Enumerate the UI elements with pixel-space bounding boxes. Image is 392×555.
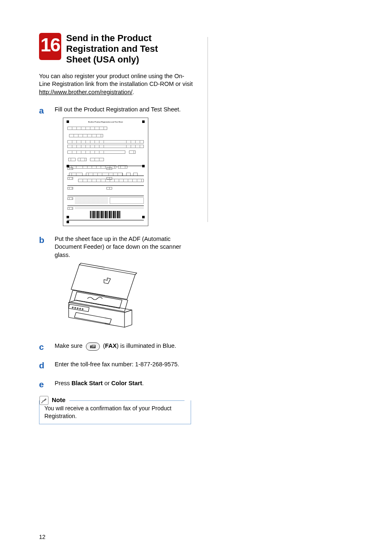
- substep-b: b Put the sheet face up in the ADF (Auto…: [39, 235, 195, 259]
- substep-letter: c: [39, 342, 46, 352]
- text: Press: [55, 380, 71, 386]
- svg-rect-10: [94, 347, 94, 347]
- svg-rect-9: [93, 347, 93, 347]
- fax-mode-button-icon: [86, 342, 100, 351]
- color-start-label: Color Start: [111, 380, 142, 386]
- note-icon: [39, 396, 48, 405]
- note-label: Note: [52, 396, 65, 404]
- registration-url[interactable]: http://www.brother.com/registration/: [39, 89, 132, 95]
- step-title-line: Registration and Test: [66, 44, 158, 54]
- substep-letter: b: [39, 235, 46, 245]
- substep-letter: d: [39, 361, 46, 370]
- note-text: You will receive a confirmation fax of y…: [44, 405, 171, 419]
- substep-body: Enter the toll-free fax number: 1-877-26…: [55, 361, 179, 369]
- text: ) is illuminated in Blue.: [117, 342, 176, 349]
- intro-paragraph: You can also register your product onlin…: [39, 72, 195, 97]
- substep-e: e Press Black Start or Color Start.: [39, 379, 195, 389]
- step-title: Send in the Product Registration and Tes…: [66, 33, 158, 65]
- substep-letter: e: [39, 379, 46, 389]
- intro-text: You can also register your product onlin…: [39, 73, 193, 88]
- fax-label: FAX: [105, 342, 117, 349]
- text: .: [142, 380, 144, 386]
- step-title-line: Sheet (USA only): [66, 54, 139, 65]
- substep-d: d Enter the toll-free fax number: 1-877-…: [39, 361, 195, 370]
- step-title-line: Send in the Product: [66, 33, 152, 43]
- black-start-label: Black Start: [71, 380, 103, 386]
- column-divider: [208, 37, 208, 222]
- svg-rect-5: [90, 345, 91, 348]
- note-box: Note You will receive a confirmation fax…: [39, 400, 191, 425]
- step-header: 16 Send in the Product Registration and …: [39, 33, 195, 65]
- substep-body: Press Black Start or Color Start.: [55, 379, 144, 388]
- registration-form-figure: Brother Product Registration and Test Sh…: [63, 118, 148, 226]
- substep-body: Make sure: [55, 342, 176, 350]
- substep-c: c Make sure: [39, 342, 195, 352]
- substep-body: Fill out the Product Registration and Te…: [55, 106, 181, 114]
- svg-rect-8: [92, 347, 92, 347]
- scanner-glass-figure: [63, 261, 143, 333]
- barcode-icon: [90, 211, 121, 218]
- svg-rect-7: [92, 345, 95, 346]
- page-number: 12: [39, 534, 46, 540]
- substep-a: a Fill out the Product Registration and …: [39, 106, 195, 115]
- svg-rect-6: [92, 345, 95, 348]
- step-number-badge: 16: [39, 33, 61, 60]
- substep-body: Put the sheet face up in the ADF (Automa…: [55, 235, 195, 259]
- text: Make sure: [55, 342, 83, 349]
- intro-period: .: [132, 89, 134, 95]
- form-title: Brother Product Registration and Test Sh…: [63, 121, 148, 123]
- substep-letter: a: [39, 106, 46, 115]
- text: or: [103, 380, 111, 386]
